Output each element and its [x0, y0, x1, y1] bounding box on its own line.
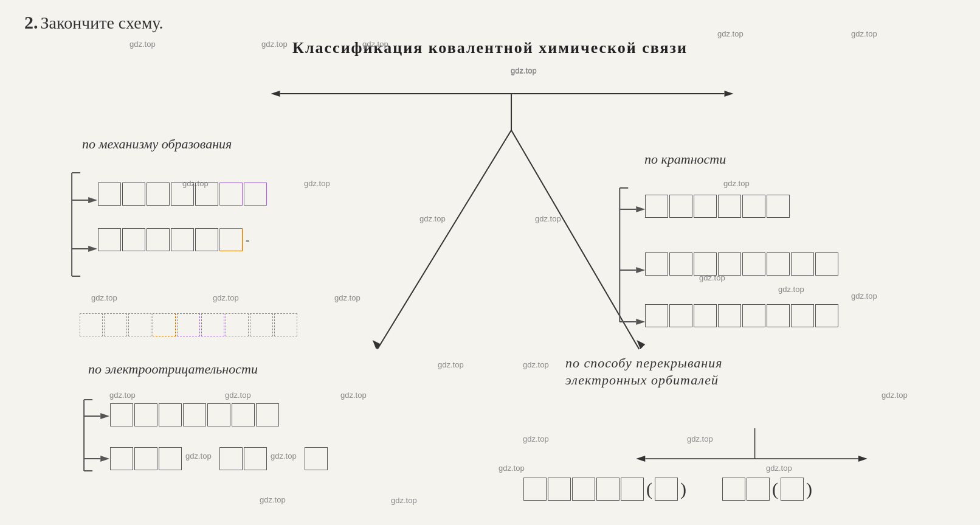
paren-open-2: ( — [772, 479, 778, 499]
mech-box-3-9[interactable] — [274, 313, 297, 336]
mult-box-2-6[interactable] — [767, 252, 790, 276]
mech-box-1-3[interactable] — [147, 183, 170, 206]
elec-spacer2: gdz.top — [267, 453, 304, 464]
elec-box-2-3[interactable] — [159, 447, 182, 470]
elec-box-2-4[interactable] — [219, 447, 243, 470]
wm-overlap-1: gdz.top — [523, 434, 549, 443]
ovlp-box-7[interactable] — [722, 478, 745, 501]
overlap-line1: по способу перекрывания — [565, 355, 723, 371]
mech-box-2-6[interactable] — [219, 228, 243, 251]
wm-mech1: gdz.top — [182, 179, 209, 188]
elec-box-1-6[interactable] — [232, 403, 255, 426]
mult-box-2-1[interactable] — [645, 252, 668, 276]
title-section: 2. Закончите схему. — [24, 12, 956, 33]
wm-diag-4: gdz.top — [523, 360, 549, 369]
overlap-label: по способу перекрывания электронных орби… — [565, 355, 723, 388]
dash-sign: - — [246, 233, 250, 247]
elec-box-1-7[interactable] — [256, 403, 279, 426]
mech-box-3-2[interactable] — [104, 313, 127, 336]
mechanism-row3 — [79, 313, 298, 337]
mech-box-3-3[interactable] — [128, 313, 151, 336]
mech-box-3-1[interactable] — [80, 313, 103, 336]
elec-box-2-5[interactable] — [244, 447, 267, 470]
ovlp-box-8[interactable] — [747, 478, 770, 501]
mult-box-2-3[interactable] — [694, 252, 717, 276]
mech-box-2-1[interactable] — [98, 228, 121, 251]
ovlp-box-6[interactable] — [655, 478, 678, 501]
svg-marker-6 — [373, 340, 381, 349]
mult-box-3-2[interactable] — [669, 304, 692, 327]
ovlp-box-2[interactable] — [548, 478, 571, 501]
mult-box-3-1[interactable] — [645, 304, 668, 327]
mech-box-3-6[interactable] — [201, 313, 224, 336]
mult-box-2-4[interactable] — [718, 252, 741, 276]
mult-box-3-5[interactable] — [742, 304, 765, 327]
wm-overlap-3: gdz.top — [882, 391, 908, 400]
mech-box-2-5[interactable] — [195, 228, 218, 251]
svg-line-5 — [378, 130, 511, 349]
mech-box-2-2[interactable] — [122, 228, 145, 251]
mechanism-row2: - — [97, 228, 250, 252]
page: 2. Закончите схему. gdz.top gdz.top gdz.… — [0, 0, 980, 525]
wm-overlap-top: gdz.top — [778, 285, 804, 294]
mech-box-3-4[interactable] — [153, 313, 176, 336]
paren-open-1: ( — [646, 479, 652, 499]
svg-marker-13 — [88, 197, 97, 203]
wm-mech-row3-1: gdz.top — [91, 293, 117, 302]
overlap-line2: электронных орбиталей — [565, 372, 723, 388]
watermark-3: gdz.top — [362, 40, 388, 49]
mult-box-1-6[interactable] — [767, 195, 790, 218]
wm-center: gdz.top — [511, 66, 537, 75]
elec-box-1-1[interactable] — [110, 403, 133, 426]
elec-box-2-1[interactable] — [110, 447, 133, 470]
mult-box-2-7[interactable] — [791, 252, 814, 276]
mech-box-1-7[interactable] — [244, 183, 267, 206]
wm-elec-bot2: gdz.top — [391, 496, 417, 505]
mech-box-3-8[interactable] — [250, 313, 273, 336]
mech-box-1-2[interactable] — [122, 183, 145, 206]
mult-box-3-6[interactable] — [767, 304, 790, 327]
mech-box-3-7[interactable] — [226, 313, 249, 336]
mult-box-1-1[interactable] — [645, 195, 668, 218]
elec-box-1-4[interactable] — [183, 403, 206, 426]
elec-box-1-5[interactable] — [207, 403, 230, 426]
mult-box-3-8[interactable] — [815, 304, 838, 327]
mult-box-3-7[interactable] — [791, 304, 814, 327]
ovlp-box-4[interactable] — [596, 478, 619, 501]
elec-box-2-6[interactable] — [305, 447, 328, 470]
ovlp-box-9[interactable] — [781, 478, 804, 501]
ovlp-box-1[interactable] — [523, 478, 547, 501]
wm-electro-3: gdz.top — [340, 391, 367, 400]
wm-diag-2: gdz.top — [535, 214, 561, 223]
elec-spacer: gdz.top — [182, 453, 219, 464]
mult-box-2-8[interactable] — [815, 252, 838, 276]
multiplicity-row3 — [644, 304, 839, 328]
mult-box-1-4[interactable] — [718, 195, 741, 218]
elec-box-1-2[interactable] — [134, 403, 157, 426]
mult-box-2-5[interactable] — [742, 252, 765, 276]
task-number: 2. — [24, 12, 38, 32]
ovlp-box-3[interactable] — [572, 478, 595, 501]
mech-box-2-4[interactable] — [171, 228, 194, 251]
elec-box-1-3[interactable] — [159, 403, 182, 426]
mech-box-2-3[interactable] — [147, 228, 170, 251]
mult-box-1-3[interactable] — [694, 195, 717, 218]
watermark-1: gdz.top — [129, 40, 156, 49]
mult-box-3-4[interactable] — [718, 304, 741, 327]
mult-box-1-2[interactable] — [669, 195, 692, 218]
mech-box-1-6[interactable] — [219, 183, 243, 206]
elec-box-2-2[interactable] — [134, 447, 157, 470]
wm-elec-mid2: gdz.top — [271, 451, 297, 461]
mech-box-1-1[interactable] — [98, 183, 121, 206]
svg-marker-8 — [637, 340, 645, 349]
mult-box-2-2[interactable] — [669, 252, 692, 276]
svg-marker-15 — [88, 246, 97, 252]
wm-diag-1: gdz.top — [419, 214, 446, 223]
ovlp-box-5[interactable] — [621, 478, 644, 501]
electro-row2: gdz.top gdz.top — [109, 447, 328, 471]
diagram-area: gdz.top по механизму образования gdz.top… — [24, 57, 956, 513]
mult-box-1-5[interactable] — [742, 195, 765, 218]
mult-box-3-3[interactable] — [694, 304, 717, 327]
svg-marker-30 — [100, 413, 109, 419]
mech-box-3-5[interactable] — [177, 313, 200, 336]
